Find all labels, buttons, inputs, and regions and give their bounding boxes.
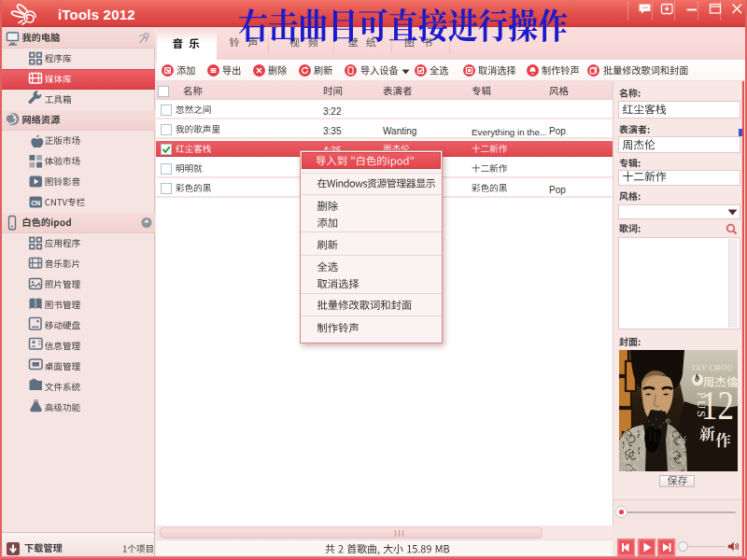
- svg-text:CN: CN: [31, 200, 40, 206]
- svg-text:12: 12: [701, 383, 734, 428]
